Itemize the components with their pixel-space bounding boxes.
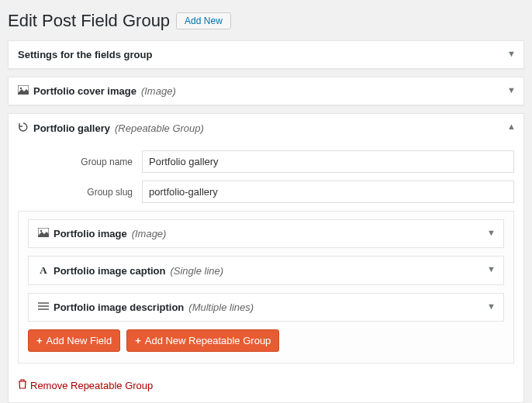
caret-down-icon: ▼ bbox=[487, 264, 496, 274]
panel-gallery-header[interactable]: Portfolio gallery (Repeatable Group) bbox=[9, 114, 523, 143]
nested-description-type: (Multiple lines) bbox=[188, 301, 254, 313]
add-field-nested-label: Add New Field bbox=[47, 335, 112, 346]
remove-group-link[interactable]: Remove Repeatable Group bbox=[18, 379, 153, 391]
trash-icon bbox=[18, 379, 27, 391]
plus-icon: + bbox=[135, 335, 141, 346]
text-icon: A bbox=[38, 264, 49, 277]
nested-fields-group: Portfolio image (Image) ▼ A Portfolio im… bbox=[18, 211, 514, 363]
remove-group-label: Remove Repeatable Group bbox=[30, 380, 153, 391]
caret-up-icon: ▲ bbox=[507, 122, 516, 131]
panel-gallery-title: Portfolio gallery bbox=[33, 122, 110, 134]
caret-down-icon: ▼ bbox=[487, 301, 496, 311]
nested-description-title: Portfolio image description bbox=[54, 301, 184, 313]
page-title: Edit Post Field Group bbox=[8, 11, 170, 31]
add-field-nested-button[interactable]: + Add New Field bbox=[28, 329, 120, 352]
panel-settings[interactable]: Settings for the fields group ▼ bbox=[8, 40, 524, 69]
svg-point-3 bbox=[40, 230, 42, 232]
group-slug-input[interactable] bbox=[142, 181, 514, 203]
svg-point-1 bbox=[20, 88, 22, 89]
group-slug-label: Group slug bbox=[18, 187, 142, 198]
nested-image-type: (Image) bbox=[132, 228, 167, 239]
caret-down-icon: ▼ bbox=[507, 49, 516, 58]
nested-caption-title: Portfolio image caption bbox=[54, 265, 165, 277]
panel-cover-image-title: Portfolio cover image bbox=[33, 85, 136, 97]
nested-caption-type: (Single line) bbox=[170, 265, 223, 277]
repeat-icon bbox=[18, 122, 29, 135]
panel-nested-description[interactable]: Portfolio image description (Multiple li… bbox=[28, 293, 504, 322]
caret-down-icon: ▼ bbox=[487, 228, 496, 237]
caret-down-icon: ▼ bbox=[507, 85, 516, 95]
nested-image-title: Portfolio image bbox=[54, 228, 127, 239]
plus-icon: + bbox=[36, 335, 43, 346]
panel-cover-image-type: (Image) bbox=[141, 85, 176, 97]
panel-gallery: Portfolio gallery (Repeatable Group) ▲ G… bbox=[8, 113, 524, 403]
panel-nested-caption[interactable]: A Portfolio image caption (Single line) … bbox=[28, 256, 504, 285]
lines-icon bbox=[38, 301, 49, 313]
add-group-nested-label: Add New Repeatable Group bbox=[145, 335, 271, 346]
panel-cover-image[interactable]: Portfolio cover image (Image) ▼ bbox=[8, 77, 524, 105]
add-group-nested-button[interactable]: + Add New Repeatable Group bbox=[126, 329, 279, 352]
panel-settings-title: Settings for the fields group bbox=[18, 49, 152, 60]
panel-nested-image[interactable]: Portfolio image (Image) ▼ bbox=[28, 219, 504, 248]
image-icon bbox=[38, 228, 49, 239]
group-name-label: Group name bbox=[18, 157, 142, 167]
panel-gallery-type: (Repeatable Group) bbox=[115, 122, 204, 134]
image-icon bbox=[18, 85, 29, 97]
group-name-input[interactable] bbox=[142, 150, 514, 173]
add-new-button[interactable]: Add New bbox=[176, 12, 231, 29]
